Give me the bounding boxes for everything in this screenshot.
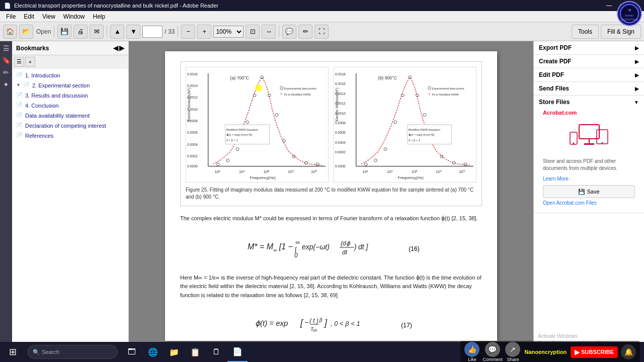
bookmark-data-avail[interactable]: 📄 Data availability statement <box>12 111 128 121</box>
save-button[interactable]: 💾 <box>57 25 71 39</box>
share-button[interactable]: ↗ <box>505 342 520 357</box>
comment-button[interactable]: 💬 <box>282 25 296 39</box>
edit-pdf-header[interactable]: Edit PDF ▶ <box>539 71 639 78</box>
window-title: Electrical transport properties of nanoc… <box>14 3 218 9</box>
like-button[interactable]: 👍 <box>464 342 479 357</box>
menu-window[interactable]: Window <box>59 12 89 21</box>
svg-point-64 <box>401 94 404 97</box>
zoom-select[interactable]: 100% 75% 125% 150% Fit Page <box>213 26 244 38</box>
open-files-link[interactable]: Open Acrobat.com Files <box>543 200 635 206</box>
figure-caption: Figure 25. Fitting of imaginary modulus … <box>186 187 476 201</box>
store-files-content: Acrobat.com <box>539 106 639 210</box>
taskbar-task-view[interactable]: 🗔 <box>122 342 142 362</box>
export-pdf-header[interactable]: Export PDF ▶ <box>539 44 639 51</box>
fill-sign-button[interactable]: Fill & Sign <box>601 25 641 39</box>
annotation-icon[interactable]: ✏ <box>1 67 11 77</box>
stamp-icon[interactable]: ✦ <box>1 79 11 89</box>
svg-text:0.0004: 0.0004 <box>335 141 346 144</box>
bookmark-conclusion[interactable]: 📄 4. Conclusion <box>12 101 128 111</box>
print-button[interactable]: 🖨 <box>73 25 88 39</box>
edit-pdf-section: Edit PDF ▶ <box>534 68 644 82</box>
prev-page-button[interactable]: ▲ <box>110 25 124 39</box>
zoom-out-button[interactable]: − <box>181 25 195 39</box>
learn-more-link[interactable]: Learn More <box>543 176 569 182</box>
pdf-content-area[interactable]: 0.0016 0.0014 0.0012 0.0010 0.0008 0.000… <box>129 41 533 351</box>
bookmark-references[interactable]: 📄 References <box>12 131 128 141</box>
create-pdf-header[interactable]: Create PDF ▶ <box>539 58 639 65</box>
svg-text:(a) 700°C: (a) 700°C <box>230 75 250 80</box>
collapse-panel-button[interactable]: ◀ <box>113 44 118 52</box>
app-icon: 📄 <box>4 3 11 9</box>
start-button[interactable]: ⊞ <box>0 342 25 362</box>
open-button[interactable]: 📂 <box>19 25 33 39</box>
tools-button[interactable]: Tools <box>572 25 599 39</box>
taskbar-word[interactable]: 📋 <box>185 342 205 362</box>
menu-view[interactable]: View <box>38 12 59 21</box>
taskbar-browser-1[interactable]: 🌐 <box>143 342 163 362</box>
bookmark-expand-button[interactable]: + <box>25 57 35 67</box>
taskbar-search[interactable]: 🔍 Search <box>27 345 118 359</box>
bookmarks-toolbar: ☰ + <box>12 55 128 68</box>
bookmark-results[interactable]: 📄 3. Results and discussion <box>12 90 128 101</box>
bookmark-results-label: 3. Results and discussion <box>25 93 88 99</box>
svg-text:ENCRYPTION: ENCRYPTION <box>621 18 638 21</box>
bookmark-experimental[interactable]: ▼ 📄 2. Experimental section <box>12 80 128 90</box>
comment-button[interactable]: 💬 <box>485 342 500 357</box>
paragraph-1: The complex electric modulus M* could be… <box>180 214 482 223</box>
subscribe-label: SUBSCRIBE <box>581 349 614 355</box>
zoom-in-button[interactable]: + <box>197 25 211 39</box>
next-page-button[interactable]: ▼ <box>126 25 140 39</box>
fit-page-button[interactable]: ⊡ <box>246 25 260 39</box>
fullscreen-button[interactable]: ⛶ <box>314 25 329 39</box>
acrobat-save-button[interactable]: 💾 Save <box>543 185 635 198</box>
svg-text:Electric Modulus(M"): Electric Modulus(M") <box>187 87 191 121</box>
edit-pdf-arrow: ▶ <box>635 72 639 78</box>
expand-panel-button[interactable]: ▶ <box>119 44 124 52</box>
menu-help[interactable]: Help <box>89 12 110 21</box>
send-files-header[interactable]: Send Files ▶ <box>539 85 639 92</box>
subscribe-button[interactable]: ▶ SUBSCRIBE <box>571 346 618 358</box>
svg-point-103 <box>601 142 603 144</box>
email-button[interactable]: ✉ <box>90 25 104 39</box>
svg-text:dt: dt <box>342 249 348 256</box>
figure-graphs: 0.0016 0.0014 0.0012 0.0010 0.0008 0.000… <box>186 67 476 183</box>
bookmark-page-icon-refs: 📄 <box>16 132 23 139</box>
separator-1 <box>54 26 54 38</box>
taskbar-explorer[interactable]: 📁 <box>164 342 184 362</box>
bookmark-menu-button[interactable]: ☰ <box>14 57 24 67</box>
channel-name: Nanoencryption <box>524 349 567 355</box>
fit-width-button[interactable]: ↔ <box>262 25 276 39</box>
bookmark-introduction[interactable]: 📄 1. Introduction <box>12 70 128 80</box>
taskbar-icons: 🗔 🌐 📁 📋 🗒 📄 <box>122 342 248 362</box>
bookmark-declaration[interactable]: 📄 Declaration of competing interest <box>12 121 128 131</box>
bookmark-page-icon-results: 📄 <box>16 92 23 99</box>
taskbar-adobe[interactable]: 📄 <box>227 342 248 362</box>
minimize-button[interactable]: — <box>603 2 615 9</box>
bookmark-conc-label: 4. Conclusion <box>25 103 59 109</box>
svg-text:∞: ∞ <box>295 239 300 246</box>
svg-text:10⁴: 10⁴ <box>412 169 418 174</box>
svg-text:(dϕ: (dϕ <box>341 240 351 247</box>
taskbar-notepad[interactable]: 🗒 <box>206 342 226 362</box>
graph-b: 0.0018 0.0016 0.0014 0.0012 0.0010 0.000… <box>334 67 476 183</box>
device-illustration <box>543 120 635 155</box>
svg-point-19 <box>216 163 219 166</box>
page-number-input[interactable]: 28 <box>142 26 163 38</box>
nav-icon[interactable]: ☰ <box>1 43 11 53</box>
svg-text:ϕ(t) = exp[-(t/τm)^β]: ϕ(t) = exp[-(t/τm)^β] <box>226 133 252 136</box>
bookmark-page-icon-conc: 📄 <box>16 102 23 109</box>
svg-text:Experimental data points: Experimental data points <box>432 87 464 90</box>
menu-edit[interactable]: Edit <box>20 12 38 21</box>
svg-text:): ) <box>353 243 357 251</box>
notify-button[interactable]: 🔔 <box>621 344 636 359</box>
store-files-header[interactable]: Store Files ▼ <box>539 99 639 106</box>
svg-rect-101 <box>584 143 594 145</box>
equation-16-svg: M* = M∞ [1 − ∞ ∫ 0 exp(−ωt) (dϕ dt ) dt … <box>243 234 383 262</box>
bookmark-icon[interactable]: 🔖 <box>1 55 11 65</box>
home-button[interactable]: 🏠 <box>3 25 17 39</box>
expand-exp-icon[interactable]: ▼ <box>16 82 22 88</box>
menu-file[interactable]: File <box>2 12 20 21</box>
highlight-button[interactable]: ✏ <box>298 25 312 39</box>
export-pdf-arrow: ▶ <box>635 45 639 51</box>
svg-point-20 <box>226 159 229 162</box>
